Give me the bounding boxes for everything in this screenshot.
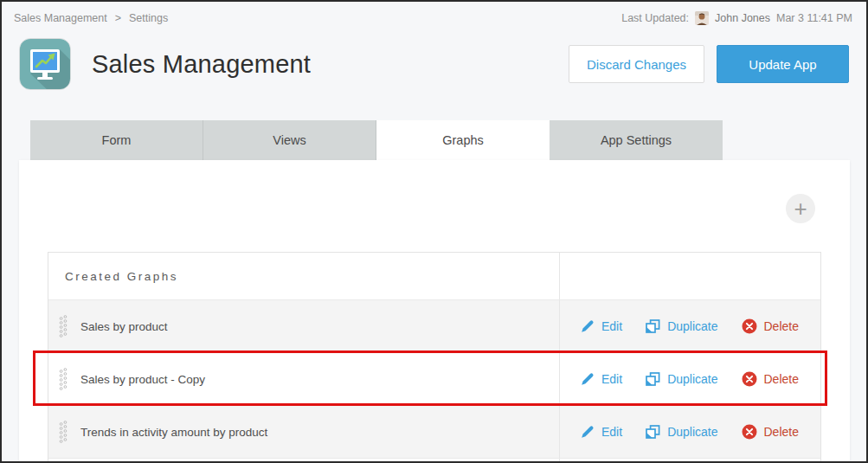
created-graphs-table: Created Graphs Sales by product Edit	[48, 252, 821, 461]
header-buttons: Discard Changes Update App	[569, 45, 849, 83]
edit-button[interactable]: Edit	[581, 372, 622, 386]
drag-handle-icon[interactable]	[59, 421, 68, 443]
delete-label: Delete	[764, 319, 799, 333]
edit-label: Edit	[601, 425, 622, 439]
tab-app-settings[interactable]: App Settings	[550, 120, 723, 160]
duplicate-button[interactable]: Duplicate	[646, 319, 717, 333]
tab-views[interactable]: Views	[203, 120, 376, 160]
row-actions: Edit Duplicate Delete	[559, 406, 820, 458]
edit-button[interactable]: Edit	[581, 425, 622, 439]
breadcrumb: Sales Management > Settings	[14, 12, 168, 24]
row-actions	[559, 459, 820, 461]
tab-form[interactable]: Form	[30, 120, 203, 160]
add-graph-button[interactable]: +	[786, 194, 815, 223]
duplicate-label: Duplicate	[667, 425, 717, 439]
app-window: Sales Management > Settings Last Updated…	[0, 0, 868, 463]
table-row: Sales by product Edit Duplicate Delete	[48, 299, 820, 352]
graph-name: Sales by product	[80, 320, 168, 333]
graph-name-cell: Trends in activity amount by product	[48, 406, 559, 458]
duplicate-icon	[646, 372, 660, 386]
edit-label: Edit	[601, 319, 622, 333]
duplicate-icon	[646, 319, 660, 333]
top-bar: Sales Management > Settings Last Updated…	[2, 2, 866, 35]
breadcrumb-app-link[interactable]: Sales Management	[14, 12, 107, 24]
page-title: Sales Management	[92, 50, 311, 79]
updated-timestamp: Mar 3 11:41 PM	[776, 12, 852, 24]
table-header-actions	[559, 253, 820, 299]
delete-button[interactable]: Delete	[742, 318, 799, 334]
graph-name-cell	[48, 459, 559, 461]
graph-name: Sales by product - Copy	[80, 373, 205, 386]
last-updated-label: Last Updated:	[621, 12, 689, 24]
table-header-title: Created Graphs	[48, 253, 559, 299]
app-icon	[19, 38, 71, 90]
last-updated: Last Updated: John Jones Mar 3 11:41 PM	[621, 11, 852, 25]
table-row: Sales by product - Copy Edit Duplicate D…	[48, 352, 820, 405]
duplicate-label: Duplicate	[667, 372, 717, 386]
breadcrumb-separator: >	[115, 12, 121, 24]
pencil-icon	[581, 425, 595, 439]
table-row-partial	[48, 458, 820, 461]
discard-changes-button[interactable]: Discard Changes	[569, 45, 704, 83]
tab-graphs[interactable]: Graphs	[376, 120, 550, 160]
duplicate-icon	[646, 425, 660, 439]
pencil-icon	[581, 319, 595, 333]
updated-by-user[interactable]: John Jones	[715, 12, 770, 24]
table-row: Trends in activity amount by product Edi…	[48, 405, 820, 458]
duplicate-button[interactable]: Duplicate	[646, 425, 717, 439]
delete-circle-icon	[742, 371, 757, 387]
avatar[interactable]	[695, 11, 709, 25]
delete-button[interactable]: Delete	[742, 371, 799, 387]
graph-name: Trends in activity amount by product	[80, 426, 267, 439]
drag-handle-icon[interactable]	[59, 315, 68, 338]
delete-label: Delete	[764, 372, 799, 386]
row-actions: Edit Duplicate Delete	[559, 353, 820, 405]
delete-circle-icon	[742, 424, 757, 440]
settings-tabs: Form Views Graphs App Settings	[30, 120, 723, 160]
edit-button[interactable]: Edit	[581, 319, 622, 333]
delete-label: Delete	[764, 425, 799, 439]
graph-name-cell: Sales by product - Copy	[48, 353, 559, 405]
duplicate-button[interactable]: Duplicate	[646, 372, 717, 386]
breadcrumb-settings: Settings	[129, 12, 168, 24]
delete-circle-icon	[742, 318, 757, 334]
delete-button[interactable]: Delete	[742, 424, 799, 440]
row-actions: Edit Duplicate Delete	[559, 300, 820, 352]
edit-label: Edit	[601, 372, 622, 386]
graph-name-cell: Sales by product	[48, 300, 559, 352]
duplicate-label: Duplicate	[667, 319, 717, 333]
pencil-icon	[581, 372, 595, 386]
drag-handle-icon[interactable]	[59, 368, 68, 390]
table-header-row: Created Graphs	[48, 253, 820, 299]
app-header: Sales Management Discard Changes Update …	[19, 36, 849, 92]
update-app-button[interactable]: Update App	[717, 45, 849, 83]
